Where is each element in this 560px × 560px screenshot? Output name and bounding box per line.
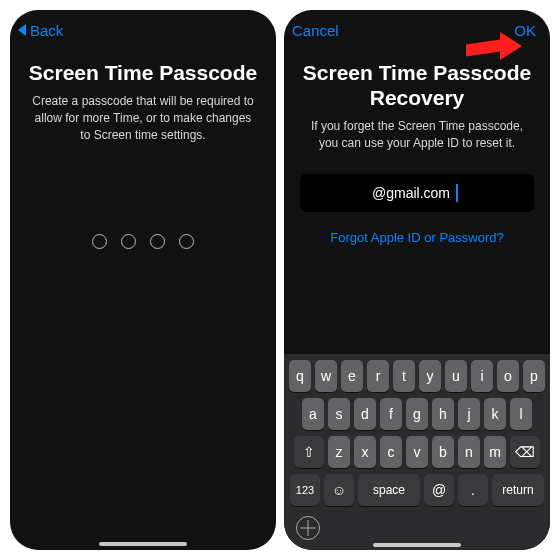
key-emoji[interactable]: ☺ xyxy=(324,474,354,506)
home-indicator[interactable] xyxy=(99,542,187,546)
key-y[interactable]: y xyxy=(419,360,441,392)
key-t[interactable]: t xyxy=(393,360,415,392)
redacted-text xyxy=(312,186,366,200)
forgot-apple-id-link[interactable]: Forgot Apple ID or Password? xyxy=(284,230,550,245)
key-shift[interactable]: ⇧ xyxy=(294,436,324,468)
page-subtitle: If you forget the Screen Time passcode, … xyxy=(306,118,528,152)
passcode-dots[interactable] xyxy=(10,234,276,249)
back-button[interactable]: Back xyxy=(18,22,78,39)
apple-id-email-field[interactable]: @gmail.com xyxy=(300,174,534,212)
key-h[interactable]: h xyxy=(432,398,454,430)
page-title: Screen Time Passcode xyxy=(26,60,260,85)
key-p[interactable]: p xyxy=(523,360,545,392)
text-cursor xyxy=(456,184,458,202)
cancel-label: Cancel xyxy=(292,22,339,39)
key-k[interactable]: k xyxy=(484,398,506,430)
key-w[interactable]: w xyxy=(315,360,337,392)
passcode-dot xyxy=(179,234,194,249)
key-at[interactable]: @ xyxy=(424,474,454,506)
key-v[interactable]: v xyxy=(406,436,428,468)
chevron-left-icon xyxy=(18,24,26,36)
key-m[interactable]: m xyxy=(484,436,506,468)
back-label: Back xyxy=(30,22,63,39)
key-g[interactable]: g xyxy=(406,398,428,430)
nav-bar: Back xyxy=(10,10,276,50)
email-visible-part: @gmail.com xyxy=(372,185,450,201)
passcode-dot xyxy=(150,234,165,249)
ok-label: OK xyxy=(514,22,536,39)
key-backspace[interactable]: ⌫ xyxy=(510,436,540,468)
key-s[interactable]: s xyxy=(328,398,350,430)
key-n[interactable]: n xyxy=(458,436,480,468)
key-c[interactable]: c xyxy=(380,436,402,468)
home-indicator[interactable] xyxy=(373,543,461,547)
globe-icon[interactable] xyxy=(296,516,320,540)
key-return[interactable]: return xyxy=(492,474,544,506)
key-x[interactable]: x xyxy=(354,436,376,468)
key-a[interactable]: a xyxy=(302,398,324,430)
key-u[interactable]: u xyxy=(445,360,467,392)
keyboard: qwertyuiop asdfghjkl ⇧zxcvbnm⌫ 123 ☺ spa… xyxy=(284,354,550,550)
key-i[interactable]: i xyxy=(471,360,493,392)
passcode-dot xyxy=(92,234,107,249)
ok-button[interactable]: OK xyxy=(476,22,536,39)
key-q[interactable]: q xyxy=(289,360,311,392)
page-title: Screen Time Passcode Recovery xyxy=(300,60,534,110)
key-dot[interactable]: . xyxy=(458,474,488,506)
screen-time-passcode-screen: Back Screen Time Passcode Create a passc… xyxy=(10,10,276,550)
key-l[interactable]: l xyxy=(510,398,532,430)
nav-bar: Cancel OK xyxy=(284,10,550,50)
key-o[interactable]: o xyxy=(497,360,519,392)
key-d[interactable]: d xyxy=(354,398,376,430)
key-numbers[interactable]: 123 xyxy=(290,474,320,506)
passcode-dot xyxy=(121,234,136,249)
key-f[interactable]: f xyxy=(380,398,402,430)
page-subtitle: Create a passcode that will be required … xyxy=(32,93,254,143)
key-b[interactable]: b xyxy=(432,436,454,468)
cancel-button[interactable]: Cancel xyxy=(292,22,352,39)
key-e[interactable]: e xyxy=(341,360,363,392)
key-space[interactable]: space xyxy=(358,474,420,506)
key-z[interactable]: z xyxy=(328,436,350,468)
key-j[interactable]: j xyxy=(458,398,480,430)
key-r[interactable]: r xyxy=(367,360,389,392)
passcode-recovery-screen: Cancel OK Screen Time Passcode Recovery … xyxy=(284,10,550,550)
